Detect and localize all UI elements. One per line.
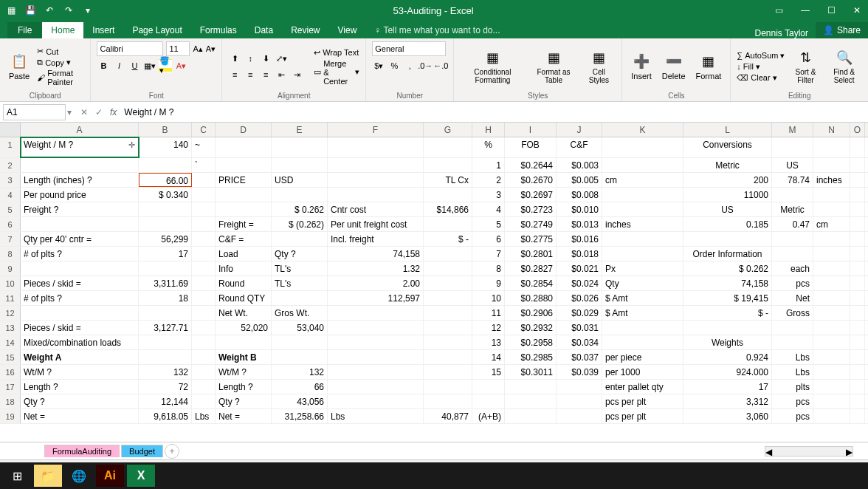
align-bottom-icon[interactable]: ⬇ xyxy=(259,52,272,65)
cell-H11[interactable]: 10 xyxy=(472,291,505,305)
format-as-table-button[interactable]: ▦Format as Table xyxy=(530,47,578,86)
row-header[interactable]: 1 xyxy=(0,137,21,157)
number-format-select[interactable] xyxy=(372,41,446,56)
cell-N3[interactable]: inches xyxy=(813,173,850,187)
cell-C4[interactable] xyxy=(192,188,216,202)
cell-M2[interactable]: US xyxy=(772,158,813,172)
tab-formulas[interactable]: Formulas xyxy=(191,22,246,38)
cell-E19[interactable]: 31,258.66 xyxy=(272,409,328,423)
cell-H7[interactable]: 6 xyxy=(472,232,505,246)
cell-O12[interactable] xyxy=(850,306,865,320)
cell-J10[interactable]: $0.024 xyxy=(557,276,602,290)
percent-icon[interactable]: % xyxy=(388,59,401,72)
copy-button[interactable]: ⧉Copy ▾ xyxy=(37,58,84,67)
cell-F19[interactable]: Lbs xyxy=(328,409,424,423)
row-header[interactable]: 13 xyxy=(0,321,21,335)
cell-K12[interactable]: $ Amt xyxy=(602,306,683,320)
cell-F11[interactable]: 112,597 xyxy=(328,291,424,305)
cell-N5[interactable] xyxy=(813,202,850,216)
cell-L16[interactable]: 924.000 xyxy=(683,365,772,379)
col-header[interactable]: D xyxy=(216,123,272,137)
cell-E2[interactable] xyxy=(272,158,328,172)
cell-J4[interactable]: $0.008 xyxy=(557,188,602,202)
cell-K2[interactable] xyxy=(602,158,683,172)
cell-H18[interactable] xyxy=(472,394,505,408)
cell-C16[interactable] xyxy=(192,365,216,379)
cell-L17[interactable]: 17 xyxy=(683,380,772,394)
illustrator-icon[interactable]: Ai xyxy=(96,465,124,487)
cell-L1[interactable]: Conversions xyxy=(683,137,772,157)
col-header[interactable]: J xyxy=(557,123,602,137)
align-center-icon[interactable]: ≡ xyxy=(244,68,257,81)
cell-F12[interactable] xyxy=(328,306,424,320)
cell-M6[interactable]: 0.47 xyxy=(772,217,813,231)
cell-H10[interactable]: 9 xyxy=(472,276,505,290)
cell-N19[interactable] xyxy=(813,409,850,423)
cell-D17[interactable]: Length ? xyxy=(216,380,272,394)
cell-H9[interactable]: 8 xyxy=(472,261,505,276)
cell-O6[interactable] xyxy=(850,217,865,231)
cell-J1[interactable]: C&F xyxy=(557,137,602,157)
cell-C6[interactable] xyxy=(192,217,216,231)
cell-B11[interactable]: 18 xyxy=(139,291,192,305)
cell-I16[interactable]: $0.3011 xyxy=(505,365,557,379)
cell-B15[interactable] xyxy=(139,350,192,364)
cell-G5[interactable]: $14,866 xyxy=(424,202,472,216)
cell-B9[interactable] xyxy=(139,261,192,276)
cell-L18[interactable]: 3,312 xyxy=(683,394,772,408)
decrease-font-icon[interactable]: A▾ xyxy=(206,44,216,54)
cell-J14[interactable]: $0.034 xyxy=(557,335,602,349)
col-header[interactable]: I xyxy=(505,123,557,137)
row-header[interactable]: 15 xyxy=(0,350,21,364)
cell-K15[interactable]: per piece xyxy=(602,350,683,364)
conditional-formatting-button[interactable]: ▦Conditional Formatting xyxy=(460,47,525,86)
cell-G3[interactable]: TL Cx xyxy=(424,173,472,187)
tab-view[interactable]: View xyxy=(329,22,366,38)
cell-J5[interactable]: $0.010 xyxy=(557,202,602,216)
cell-F1[interactable] xyxy=(328,137,424,157)
cell-O15[interactable] xyxy=(850,350,865,364)
cell-L14[interactable]: Weights xyxy=(683,335,772,349)
share-button[interactable]: 👤Share xyxy=(816,22,868,38)
cell-K1[interactable] xyxy=(602,137,683,157)
cell-C7[interactable] xyxy=(192,232,216,246)
cell-M9[interactable]: each xyxy=(772,261,813,276)
row-header[interactable]: 2 xyxy=(0,158,21,172)
cell-C18[interactable] xyxy=(192,394,216,408)
cell-C13[interactable] xyxy=(192,321,216,335)
cell-E15[interactable] xyxy=(272,350,328,364)
cell-I6[interactable]: $0.2749 xyxy=(505,217,557,231)
cell-O7[interactable] xyxy=(850,232,865,246)
cell-D4[interactable] xyxy=(216,188,272,202)
cell-G9[interactable] xyxy=(424,261,472,276)
cell-J16[interactable]: $0.039 xyxy=(557,365,602,379)
cell-N12[interactable] xyxy=(813,306,850,320)
cell-H12[interactable]: 11 xyxy=(472,306,505,320)
cell-O2[interactable] xyxy=(850,158,865,172)
cell-E17[interactable]: 66 xyxy=(272,380,328,394)
cell-B3[interactable]: 66.00 xyxy=(139,173,192,187)
cell-O10[interactable] xyxy=(850,276,865,290)
cell-M17[interactable]: plts xyxy=(772,380,813,394)
row-header[interactable]: 6 xyxy=(0,217,21,231)
cell-D15[interactable]: Weight B xyxy=(216,350,272,364)
cell-H1[interactable]: % xyxy=(472,137,505,157)
cell-D7[interactable]: C&F = xyxy=(216,232,272,246)
cell-M18[interactable]: pcs xyxy=(772,394,813,408)
bold-button[interactable]: B xyxy=(97,59,110,72)
cell-M14[interactable] xyxy=(772,335,813,349)
cell-A18[interactable]: Qty ? xyxy=(21,394,139,408)
cell-N9[interactable] xyxy=(813,261,850,276)
cell-J8[interactable]: $0.018 xyxy=(557,247,602,261)
cell-L19[interactable]: 3,060 xyxy=(683,409,772,423)
cell-H19[interactable]: (A+B) xyxy=(472,409,505,423)
cell-F4[interactable] xyxy=(328,188,424,202)
cell-C12[interactable] xyxy=(192,306,216,320)
cell-G1[interactable] xyxy=(424,137,472,157)
cell-I13[interactable]: $0.2932 xyxy=(505,321,557,335)
cell-O18[interactable] xyxy=(850,394,865,408)
cell-B18[interactable]: 12,144 xyxy=(139,394,192,408)
cell-J15[interactable]: $0.037 xyxy=(557,350,602,364)
cell-C2[interactable]: ` xyxy=(192,158,216,172)
cell-K19[interactable]: pcs per plt xyxy=(602,409,683,423)
